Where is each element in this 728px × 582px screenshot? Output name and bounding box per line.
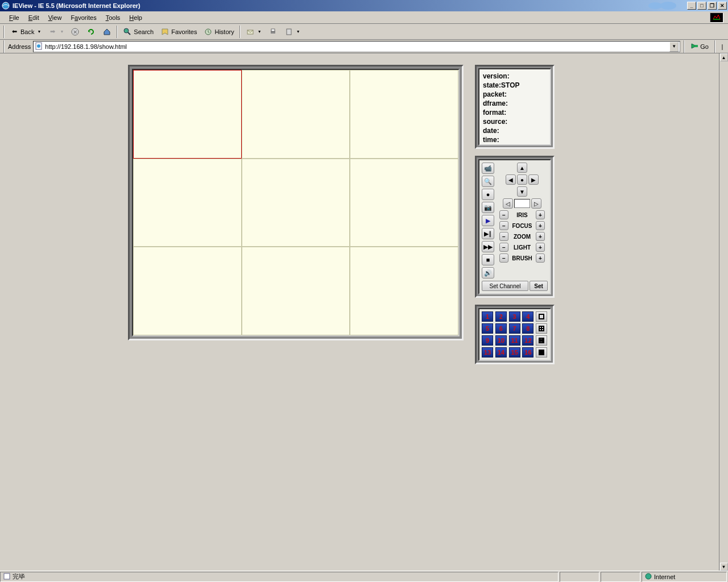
stop-record-button[interactable]: ■ <box>482 254 494 265</box>
channel-11-button[interactable]: 11 <box>509 335 520 346</box>
focus-plus-button[interactable]: + <box>536 221 545 230</box>
channel-6-button[interactable]: 6 <box>495 323 507 334</box>
zoom-minus-button[interactable]: − <box>499 232 508 241</box>
video-cell-8[interactable] <box>242 247 350 335</box>
home-icon <box>102 27 111 36</box>
up-icon: ▲ <box>519 165 525 171</box>
snapshot-button[interactable]: 📷 <box>482 202 494 213</box>
menu-favorites[interactable]: Favorites <box>66 13 101 22</box>
channel-3-button[interactable]: 3 <box>509 311 520 322</box>
video-cell-2[interactable] <box>242 70 350 159</box>
step-button[interactable]: ▶∥ <box>482 228 494 239</box>
channel-13-button[interactable]: 13 <box>482 347 493 357</box>
info-date-label: date: <box>483 127 499 135</box>
scroll-down-button[interactable]: ▼ <box>720 563 728 571</box>
video-cell-1[interactable] <box>133 70 242 159</box>
layout-l9-button[interactable] <box>536 335 547 346</box>
info-panel: version: state:STOP packet: dframe: form… <box>475 65 555 149</box>
history-button[interactable]: History <box>201 26 237 38</box>
ptz-right-button[interactable]: ▶ <box>528 174 539 185</box>
search-icon <box>123 27 132 36</box>
brush-minus-button[interactable]: − <box>499 253 508 263</box>
ptz-down-button[interactable]: ▼ <box>517 186 527 197</box>
menu-help[interactable]: Help <box>125 13 147 22</box>
layout-l16-button[interactable] <box>536 347 547 357</box>
channel-8-button[interactable]: 8 <box>522 323 533 334</box>
zoom-button[interactable]: 🔍 <box>482 176 494 187</box>
focus-minus-button[interactable]: − <box>499 221 508 230</box>
sound-button[interactable]: 🔊 <box>482 267 494 278</box>
channel-2-button[interactable]: 2 <box>495 311 507 322</box>
address-dropdown-button[interactable]: ▼ <box>669 41 679 52</box>
fastfwd-button[interactable]: ▶▶ <box>482 241 494 252</box>
menu-file[interactable]: File <box>5 13 24 22</box>
vertical-scrollbar[interactable]: ▲ ▼ <box>719 53 728 571</box>
zoom-label: ZOOM <box>510 234 534 240</box>
channel-5-button[interactable]: 5 <box>482 323 493 334</box>
layout-l4-button[interactable] <box>536 323 547 334</box>
menu-tools[interactable]: Tools <box>101 13 125 22</box>
channel-panel: 12345678910111213141516 <box>475 305 555 364</box>
preset-input[interactable] <box>514 199 530 208</box>
address-input[interactable] <box>45 42 669 51</box>
preset-prev-button[interactable]: ◁ <box>503 198 513 209</box>
preset-next-button[interactable]: ▷ <box>531 198 541 209</box>
menu-view[interactable]: View <box>44 13 67 22</box>
svg-line-7 <box>128 32 130 35</box>
iris-minus-button[interactable]: − <box>499 210 508 219</box>
minimize-button[interactable]: _ <box>687 2 696 10</box>
channel-15-button[interactable]: 15 <box>509 347 520 357</box>
channel-12-button[interactable]: 12 <box>522 335 533 346</box>
set-button[interactable]: Set <box>530 281 548 291</box>
edit-button[interactable]: ▼ <box>282 26 303 38</box>
video-cell-5[interactable] <box>242 159 350 247</box>
go-button[interactable]: Go <box>688 41 711 52</box>
forward-button[interactable]: ➡▼ <box>45 26 67 38</box>
stop-button[interactable]: ✕ <box>68 26 82 38</box>
scroll-up-button[interactable]: ▲ <box>720 53 728 61</box>
svg-point-6 <box>124 28 129 33</box>
address-input-wrap[interactable]: ▼ <box>33 41 680 52</box>
brush-label: BRUSH <box>510 255 534 261</box>
close-button[interactable]: ✕ <box>718 2 727 10</box>
home-button[interactable] <box>100 26 114 38</box>
restore-button[interactable]: ❐ <box>708 2 717 10</box>
light-plus-button[interactable]: + <box>536 243 545 252</box>
mail-button[interactable]: ▼ <box>243 26 264 38</box>
channel-10-button[interactable]: 10 <box>495 335 507 346</box>
channel-16-button[interactable]: 16 <box>522 347 533 357</box>
set-channel-button[interactable]: Set Channel <box>482 281 528 291</box>
iris-label: IRIS <box>510 212 534 218</box>
video-cell-4[interactable] <box>133 159 242 247</box>
maximize-button[interactable]: □ <box>697 2 706 10</box>
ptz-center-button[interactable]: ● <box>517 174 527 185</box>
internet-zone-icon <box>644 572 652 581</box>
ptz-left-button[interactable]: ◀ <box>506 174 516 185</box>
record-button[interactable]: ● <box>482 189 494 200</box>
camera-button[interactable]: 📹 <box>482 163 494 174</box>
channel-14-button[interactable]: 14 <box>495 347 507 357</box>
video-cell-9[interactable] <box>350 247 458 335</box>
channel-4-button[interactable]: 4 <box>522 311 533 322</box>
favorites-button[interactable]: Favorites <box>158 26 200 38</box>
video-cell-6[interactable] <box>350 159 458 247</box>
iris-plus-button[interactable]: + <box>536 210 545 219</box>
layout-l1-button[interactable] <box>536 311 547 322</box>
channel-1-button[interactable]: 1 <box>482 311 493 322</box>
menu-edit[interactable]: Edit <box>24 13 44 22</box>
video-cell-7[interactable] <box>133 247 242 335</box>
channel-7-button[interactable]: 7 <box>509 323 520 334</box>
back-button[interactable]: ⬅ Back ▼ <box>7 26 44 38</box>
refresh-button[interactable] <box>84 26 98 38</box>
video-cell-3[interactable] <box>350 70 458 159</box>
search-label: Search <box>134 28 154 35</box>
ptz-up-button[interactable]: ▲ <box>517 163 527 173</box>
print-button[interactable] <box>266 26 280 38</box>
channel-9-button[interactable]: 9 <box>482 335 493 346</box>
search-button[interactable]: Search <box>120 26 156 38</box>
light-minus-button[interactable]: − <box>499 243 508 252</box>
throbber-icon <box>710 13 723 23</box>
play-button[interactable]: ▶ <box>482 215 494 226</box>
brush-plus-button[interactable]: + <box>536 253 545 263</box>
zoom-plus-button[interactable]: + <box>536 232 545 241</box>
